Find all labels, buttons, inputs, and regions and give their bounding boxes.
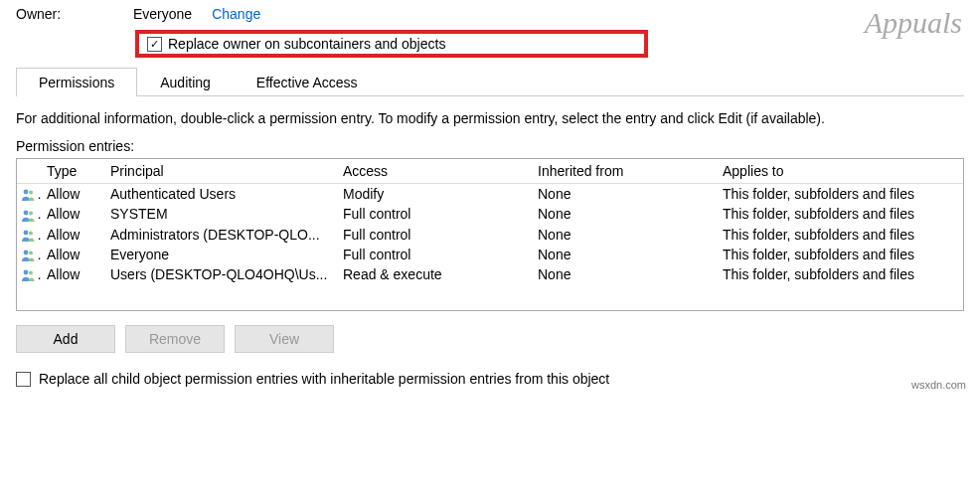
add-button[interactable]: Add xyxy=(16,325,115,353)
tab-strip: Permissions Auditing Effective Access xyxy=(16,68,964,96)
cell-type: Allow xyxy=(41,225,104,245)
users-icon xyxy=(21,249,37,262)
owner-label: Owner: xyxy=(16,6,125,22)
tab-effective-access[interactable]: Effective Access xyxy=(234,68,381,96)
cell-principal: Authenticated Users xyxy=(104,184,337,205)
svg-point-0 xyxy=(24,190,29,195)
svg-point-6 xyxy=(24,251,29,255)
table-row[interactable]: AllowUsers (DESKTOP-QLO4OHQ\Us...Read & … xyxy=(17,264,963,284)
table-row[interactable]: AllowAuthenticated UsersModifyNoneThis f… xyxy=(17,184,963,205)
cell-type: Allow xyxy=(41,264,104,284)
users-icon xyxy=(21,268,37,282)
svg-point-5 xyxy=(29,231,33,235)
table-header-row: Type Principal Access Inherited from App… xyxy=(17,159,963,184)
cell-inherited: None xyxy=(532,225,717,245)
svg-point-7 xyxy=(29,251,33,255)
replace-owner-highlight: Replace owner on subcontainers and objec… xyxy=(135,30,648,58)
col-applies[interactable]: Applies to xyxy=(717,159,963,184)
table-row[interactable]: AllowAdministrators (DESKTOP-QLO...Full … xyxy=(17,225,963,245)
svg-point-2 xyxy=(24,210,29,215)
svg-point-8 xyxy=(24,270,29,275)
permission-table: Type Principal Access Inherited from App… xyxy=(17,159,963,284)
replace-child-label: Replace all child object permission entr… xyxy=(39,371,609,387)
cell-access: Full control xyxy=(337,204,532,224)
tab-auditing[interactable]: Auditing xyxy=(137,68,234,96)
svg-point-3 xyxy=(29,211,33,215)
info-text: For additional information, double-click… xyxy=(16,110,964,126)
remove-button[interactable]: Remove xyxy=(125,325,225,353)
view-button[interactable]: View xyxy=(235,325,334,353)
replace-owner-checkbox[interactable] xyxy=(147,37,162,52)
watermark-text: wsxdn.com xyxy=(911,379,966,391)
col-access[interactable]: Access xyxy=(337,159,532,184)
cell-applies: This folder, subfolders and files xyxy=(717,245,963,264)
cell-access: Modify xyxy=(337,184,532,205)
cell-applies: This folder, subfolders and files xyxy=(717,225,963,245)
svg-point-9 xyxy=(29,271,33,275)
cell-access: Full control xyxy=(337,245,532,264)
users-icon xyxy=(21,209,37,223)
cell-principal: SYSTEM xyxy=(104,204,337,224)
cell-type: Allow xyxy=(41,204,104,224)
entries-label: Permission entries: xyxy=(16,138,964,154)
cell-applies: This folder, subfolders and files xyxy=(717,184,963,205)
cell-type: Allow xyxy=(41,245,104,264)
users-icon xyxy=(21,188,37,202)
cell-principal: Administrators (DESKTOP-QLO... xyxy=(104,225,337,245)
col-principal[interactable]: Principal xyxy=(104,159,337,184)
change-owner-link[interactable]: Change xyxy=(212,6,260,22)
replace-child-checkbox[interactable] xyxy=(16,372,31,387)
owner-value: Everyone xyxy=(133,6,192,22)
cell-applies: This folder, subfolders and files xyxy=(717,264,963,284)
cell-principal: Users (DESKTOP-QLO4OHQ\Us... xyxy=(104,264,337,284)
cell-type: Allow xyxy=(41,184,104,205)
cell-access: Full control xyxy=(337,225,532,245)
table-row[interactable]: AllowEveryoneFull controlNoneThis folder… xyxy=(17,245,963,264)
cell-inherited: None xyxy=(532,264,717,284)
svg-point-4 xyxy=(24,230,29,235)
replace-owner-label: Replace owner on subcontainers and objec… xyxy=(168,36,445,52)
svg-point-1 xyxy=(29,191,33,195)
cell-inherited: None xyxy=(532,245,717,264)
permission-table-container: Type Principal Access Inherited from App… xyxy=(16,158,964,311)
cell-inherited: None xyxy=(532,204,717,224)
table-row[interactable]: AllowSYSTEMFull controlNoneThis folder, … xyxy=(17,204,963,224)
col-type[interactable]: Type xyxy=(41,159,104,184)
users-icon xyxy=(21,229,37,243)
cell-principal: Everyone xyxy=(104,245,337,264)
cell-inherited: None xyxy=(532,184,717,205)
cell-access: Read & execute xyxy=(337,264,532,284)
cell-applies: This folder, subfolders and files xyxy=(717,204,963,224)
col-inherited[interactable]: Inherited from xyxy=(532,159,717,184)
watermark-logo: Appuals xyxy=(865,6,962,40)
tab-permissions[interactable]: Permissions xyxy=(16,68,137,96)
